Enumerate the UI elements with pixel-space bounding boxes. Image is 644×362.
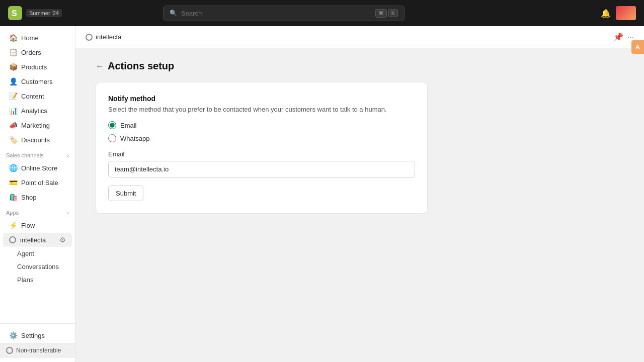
notify-method-title: Notify method [108,95,415,103]
topbar: S Summer '24 🔍 ⌘ K 🔔 [0,0,644,26]
sidebar-item-pos[interactable]: 💳 Point of Sale [3,175,72,190]
sidebar-item-marketing[interactable]: 📣 Marketing [3,118,72,132]
sidebar-item-intellecta-label: intellecta [20,236,46,244]
sidebar-bottom: ⚙️ Settings Non-transferable [0,323,75,362]
sidebar-item-flow[interactable]: ⚡ Flow [3,218,72,232]
flow-icon: ⚡ [9,221,17,229]
radio-email-label: Email [120,122,137,129]
search-area: 🔍 ⌘ K [163,6,405,21]
search-box[interactable]: 🔍 ⌘ K [163,6,405,21]
summer-badge: Summer '24 [26,9,62,17]
intellecta-settings-icon[interactable]: ⚙ [59,236,66,244]
sidebar-item-shop[interactable]: 🛍️ Shop [3,190,72,204]
radio-option-whatsapp[interactable]: Whatsapp [108,134,415,142]
sidebar-item-products[interactable]: 📦 Products [3,60,72,74]
alert-badge[interactable]: A [631,40,644,54]
sidebar-item-customers[interactable]: 👤 Customers [3,74,72,88]
pin-button[interactable]: 📌 [613,32,623,42]
main-content: intellecta 📌 ··· ← Actions setup Notify … [75,26,644,362]
sidebar-item-content[interactable]: 📝 Content [3,89,72,103]
orders-icon: 📋 [9,48,17,56]
sidebar-item-home-label: Home [21,34,39,42]
content-icon: 📝 [9,92,17,100]
sidebar-item-conversations-label: Conversations [17,263,59,270]
marketing-icon: 📣 [9,121,17,129]
k-key: K [388,9,398,17]
submit-button[interactable]: Submit [108,186,143,201]
cmd-key: ⌘ [375,9,387,18]
analytics-icon: 📊 [9,107,17,115]
sales-channels-section: Sales channels › [0,147,75,160]
svg-text:S: S [12,9,17,18]
sidebar-item-settings[interactable]: ⚙️ Settings [3,328,72,342]
sidebar-item-agent[interactable]: Agent [3,247,72,260]
page-header: ← Actions setup [96,60,624,72]
email-field-label: Email [108,150,415,158]
sales-channels-label: Sales channels [6,152,44,158]
sidebar-item-analytics[interactable]: 📊 Analytics [3,104,72,118]
sidebar-item-flow-label: Flow [21,222,35,229]
search-shortcut: ⌘ K [375,9,398,18]
apps-expand-icon[interactable]: › [67,210,69,216]
sidebar-item-analytics-label: Analytics [21,107,47,115]
radio-whatsapp[interactable] [108,134,116,142]
sidebar-item-plans[interactable]: Plans [3,274,72,286]
topbar-actions: 🔔 [601,6,636,20]
breadcrumb: intellecta [86,33,121,41]
sidebar-item-orders[interactable]: 📋 Orders [3,45,72,59]
avatar[interactable] [616,6,636,20]
shop-icon: 🛍️ [9,193,17,201]
shopify-logo-area[interactable]: S Summer '24 [8,6,62,20]
products-icon: 📦 [9,63,17,71]
home-icon: 🏠 [9,34,17,42]
sidebar-item-content-label: Content [21,93,44,100]
intellecta-dot [9,236,16,243]
online-store-icon: 🌐 [9,164,17,172]
intellecta-item-left: intellecta [9,236,46,244]
page-title: Actions setup [108,60,174,72]
layout: 🏠 Home 📋 Orders 📦 Products 👤 Customers 📝… [0,26,644,362]
search-input[interactable] [181,10,371,17]
settings-icon: ⚙️ [9,331,17,339]
non-transferable-banner: Non-transferable [0,343,75,358]
page-area: ← Actions setup Notify method Select the… [75,48,644,362]
sidebar-item-settings-label: Settings [21,332,45,339]
sidebar-item-pos-label: Point of Sale [21,179,58,187]
sidebar-item-intellecta[interactable]: intellecta ⚙ [3,233,72,247]
sidebar-item-home[interactable]: 🏠 Home [3,31,72,45]
pos-icon: 💳 [9,178,17,187]
bell-icon[interactable]: 🔔 [601,9,611,18]
sidebar-item-customers-label: Customers [21,78,53,85]
sidebar-item-marketing-label: Marketing [21,122,50,129]
apps-section: Apps › [0,205,75,218]
sub-header: intellecta 📌 ··· [75,26,644,48]
sidebar-item-agent-label: Agent [17,250,34,257]
sidebar: 🏠 Home 📋 Orders 📦 Products 👤 Customers 📝… [0,26,75,362]
search-icon: 🔍 [170,10,177,17]
sales-channels-expand-icon[interactable]: › [67,152,69,158]
store-circle-icon [86,34,93,41]
notify-method-desc: Select the method that you prefer to be … [108,106,415,113]
radio-email[interactable] [108,121,116,129]
sidebar-item-shop-label: Shop [21,194,36,201]
store-name: intellecta [96,33,121,41]
back-button[interactable]: ← [96,62,104,71]
sidebar-nav: 🏠 Home 📋 Orders 📦 Products 👤 Customers 📝… [0,26,75,323]
sidebar-item-discounts[interactable]: 🏷️ Discounts [3,133,72,147]
notify-method-radio-group: Email Whatsapp [108,121,415,142]
radio-option-email[interactable]: Email [108,121,415,129]
sidebar-item-online-store[interactable]: 🌐 Online Store [3,161,72,175]
sidebar-item-online-store-label: Online Store [21,164,57,172]
sidebar-item-conversations[interactable]: Conversations [3,260,72,273]
apps-label: Apps [6,210,19,216]
non-transferable-label: Non-transferable [16,347,61,354]
radio-whatsapp-label: Whatsapp [120,135,150,142]
email-input[interactable] [108,161,415,177]
sidebar-item-discounts-label: Discounts [21,136,50,144]
non-transferable-icon [6,347,13,354]
discounts-icon: 🏷️ [9,136,17,144]
sidebar-item-products-label: Products [21,63,47,71]
sidebar-item-plans-label: Plans [17,276,34,284]
customers-icon: 👤 [9,77,17,85]
actions-setup-card: Notify method Select the method that you… [96,82,428,214]
